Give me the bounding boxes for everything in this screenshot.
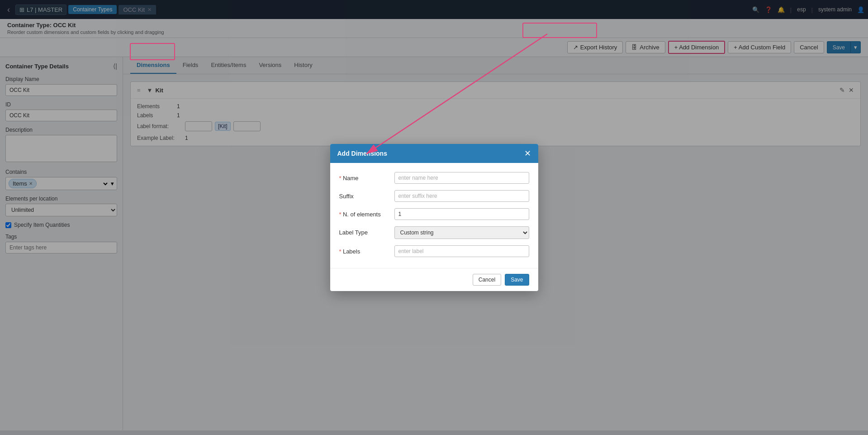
modal-close-button[interactable]: ✕	[524, 149, 531, 158]
modal-labeltype-select[interactable]: Custom string Numeric Alphabetic	[394, 226, 529, 239]
modal-name-label: * Name	[339, 172, 389, 182]
modal-labeltype-row: Label Type Custom string Numeric Alphabe…	[339, 226, 529, 239]
modal-labels-row: * Labels	[339, 245, 529, 257]
modal-labels-input[interactable]	[394, 245, 529, 257]
modal-nelements-row: * N. of elements	[339, 208, 529, 220]
modal-overlay: Add Dimensions ✕ * Name Suffix * N.	[0, 0, 868, 435]
modal-suffix-input[interactable]	[394, 190, 529, 202]
modal-nelements-label: * N. of elements	[339, 208, 389, 218]
modal-name-row: * Name	[339, 172, 529, 184]
modal-header: Add Dimensions ✕	[330, 144, 538, 163]
modal-suffix-label: Suffix	[339, 190, 389, 200]
modal-suffix-row: Suffix	[339, 190, 529, 202]
modal-footer: Cancel Save	[330, 268, 538, 291]
modal-name-input[interactable]	[394, 172, 529, 184]
modal-cancel-button[interactable]: Cancel	[473, 274, 501, 286]
modal-nelements-input[interactable]	[394, 208, 529, 220]
modal-labeltype-label: Label Type	[339, 226, 389, 236]
modal-title: Add Dimensions	[337, 150, 387, 157]
modal-save-button[interactable]: Save	[505, 274, 529, 286]
add-dimensions-modal: Add Dimensions ✕ * Name Suffix * N.	[330, 144, 538, 291]
modal-body: * Name Suffix * N. of elements	[330, 163, 538, 268]
modal-labels-label: * Labels	[339, 245, 389, 255]
